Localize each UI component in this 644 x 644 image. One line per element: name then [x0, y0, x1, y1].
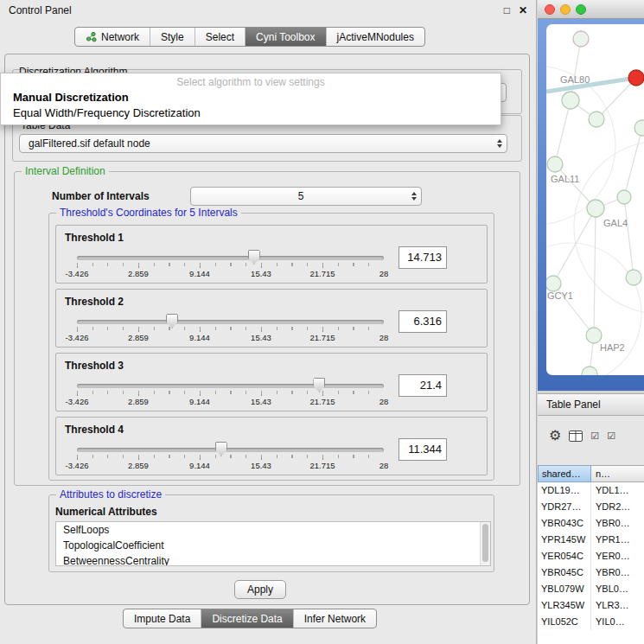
table-cell[interactable]: YBR045C	[538, 564, 591, 581]
column-header-name[interactable]: n…	[591, 465, 644, 482]
table-cell[interactable]: YER0…	[591, 548, 644, 564]
node-label: GAL11	[551, 174, 579, 184]
close-icon[interactable]: ✕	[519, 4, 527, 16]
numerical-attributes-list[interactable]: SelfLoopsTopologicalCoefficientBetweenne…	[55, 521, 491, 566]
tab-cyni-toolbox[interactable]: Cyni Toolbox	[245, 28, 325, 46]
select-all-rows-icon[interactable]: ☑	[590, 430, 599, 442]
number-of-intervals-combobox[interactable]: 5	[190, 187, 422, 206]
mac-close-button[interactable]	[545, 4, 555, 15]
column-header-shared-name[interactable]: shared…	[538, 465, 591, 482]
network-edge[interactable]	[624, 197, 634, 277]
table-cell[interactable]: YBR0…	[591, 564, 644, 581]
network-node[interactable]	[547, 156, 563, 172]
numerical-attributes-label: Numerical Attributes	[55, 506, 157, 518]
network-edge[interactable]	[555, 100, 571, 164]
float-window-icon[interactable]: □	[504, 4, 510, 16]
threshold-value-field[interactable]: 14.713	[399, 246, 447, 269]
threshold-slider[interactable]: -3.4262.8599.14415.4321.71528	[77, 314, 384, 345]
network-node[interactable]	[582, 367, 597, 375]
table-cell[interactable]: YBL079W	[538, 581, 591, 597]
slider-minor-ticks	[77, 391, 384, 394]
slider-track[interactable]	[77, 384, 384, 388]
slider-track[interactable]	[77, 320, 384, 324]
scale-tick-label: 15.43	[251, 397, 271, 406]
table-data-combobox[interactable]: galFiltered.sif default node	[19, 134, 507, 153]
network-edge[interactable]	[594, 208, 596, 335]
table-row[interactable]: YBR045CYBR0…	[538, 564, 644, 581]
table-cell[interactable]: YBL0…	[591, 581, 644, 597]
stepper-icon	[411, 188, 417, 205]
slider-track[interactable]	[77, 448, 384, 452]
table-cell[interactable]: YDR2…	[591, 499, 644, 515]
table-cell[interactable]: YIL0…	[591, 614, 644, 630]
select-columns-icon[interactable]: ☑	[607, 430, 615, 442]
scrollbar-thumb[interactable]	[482, 524, 488, 562]
tab-select[interactable]: Select	[194, 28, 245, 46]
threshold-value-field[interactable]: 21.4	[399, 374, 447, 397]
network-node[interactable]	[586, 328, 602, 343]
table-cell[interactable]: YDL19…	[538, 482, 591, 499]
network-canvas[interactable]: GAL80GAL11GAL4GCY1HAP2	[546, 24, 644, 375]
table-cell[interactable]: YPR1…	[591, 532, 644, 548]
scale-tick-label: -3.426	[66, 397, 89, 406]
tab-discretize-data[interactable]: Discretize Data	[201, 609, 292, 628]
threshold-slider[interactable]: -3.4262.8599.14415.4321.71528	[77, 378, 384, 409]
table-row[interactable]: YLR345WYLR3…	[538, 597, 644, 614]
network-node[interactable]	[587, 200, 604, 217]
tab-infer-network[interactable]: Infer Network	[293, 609, 376, 628]
attribute-list-item[interactable]: SelfLoops	[56, 522, 490, 538]
table-cell[interactable]: YDR27…	[538, 499, 591, 515]
mac-zoom-button[interactable]	[576, 4, 586, 15]
table-row[interactable]: YPR145WYPR1…	[538, 532, 644, 548]
tab-impute-data[interactable]: Impute Data	[124, 609, 201, 628]
table-cell[interactable]: YPR145W	[538, 532, 591, 548]
node-label: GAL4	[603, 218, 628, 228]
table-row[interactable]: YIL052CYIL0…	[538, 614, 644, 630]
table-row[interactable]: YDR27…YDR2…	[538, 499, 644, 515]
table-row[interactable]: YBR043CYBR0…	[538, 515, 644, 532]
table-data-value: galFiltered.sif default node	[29, 137, 150, 150]
columns-icon[interactable]	[569, 430, 583, 442]
network-node[interactable]	[589, 112, 604, 127]
table-cell[interactable]: YLR3…	[591, 597, 644, 614]
dropdown-option-equal-width-frequency[interactable]: Equal Width/Frequency Discretization	[1, 105, 501, 124]
threshold-value-field[interactable]: 11.344	[399, 438, 447, 461]
network-node[interactable]	[626, 270, 641, 285]
dropdown-option-manual-discretization[interactable]: Manual Discretization	[1, 90, 501, 105]
tab-style[interactable]: Style	[150, 28, 194, 46]
network-node-selected[interactable]	[628, 70, 644, 86]
network-node[interactable]	[562, 92, 579, 109]
table-cell[interactable]: YER054C	[538, 548, 591, 564]
mac-minimize-button[interactable]	[560, 4, 571, 15]
network-node[interactable]	[617, 190, 631, 204]
attribute-list-item[interactable]: BetweennessCentrality	[56, 553, 490, 566]
network-canvas-svg[interactable]: GAL80GAL11GAL4GCY1HAP2	[546, 24, 644, 375]
threshold-slider[interactable]: -3.4262.8599.14415.4321.71528	[77, 250, 384, 281]
table-cell[interactable]: YBR0…	[591, 515, 644, 532]
threshold-slider[interactable]: -3.4262.8599.14415.4321.71528	[77, 442, 384, 473]
network-node[interactable]	[573, 31, 589, 47]
network-window-titlebar	[538, 0, 644, 19]
table-cell[interactable]: YLR345W	[538, 597, 591, 614]
table-cell[interactable]: YIL052C	[538, 614, 591, 630]
table-row[interactable]: YER054CYER0…	[538, 548, 644, 564]
table-row[interactable]: YBL079WYBL0…	[538, 581, 644, 597]
network-node[interactable]	[634, 120, 644, 136]
gear-icon[interactable]: ⚙	[549, 429, 561, 443]
threshold-value-field[interactable]: 6.316	[399, 310, 447, 333]
table-header-row: shared… n…	[538, 465, 644, 482]
network-edge[interactable]	[624, 128, 642, 197]
top-tab-bar: Network Style Select Cyni Toolbox jActiv…	[74, 27, 425, 47]
attribute-list-item[interactable]: TopologicalCoefficient	[56, 538, 490, 553]
tab-jactivemnodules[interactable]: jActiveMNodules	[326, 28, 424, 46]
list-scrollbar[interactable]	[480, 522, 490, 565]
tab-network[interactable]: Network	[75, 28, 150, 46]
table-row[interactable]: YDL19…YDL1…	[538, 482, 644, 499]
table-cell[interactable]: YBR043C	[538, 515, 591, 532]
apply-button[interactable]: Apply	[234, 580, 286, 599]
table-cell[interactable]: YDL1…	[591, 482, 644, 499]
network-node[interactable]	[546, 276, 561, 291]
thresholds-group-title: Threshold's Coordinates for 5 Intervals	[56, 207, 241, 219]
network-edge[interactable]	[571, 39, 581, 100]
slider-track[interactable]	[77, 256, 384, 260]
